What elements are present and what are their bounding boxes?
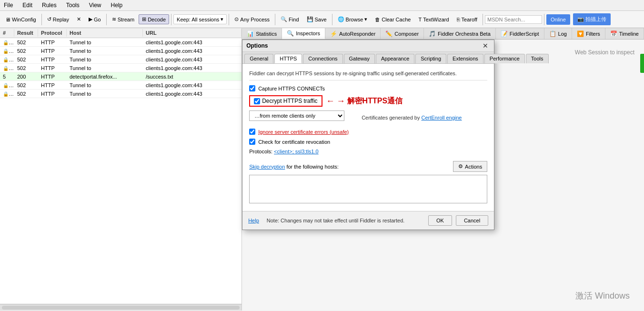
red-arrow-right: → bbox=[337, 96, 345, 106]
options-tab-tools[interactable]: Tools bbox=[526, 54, 549, 63]
protocols-link[interactable]: <client>; ssl3;tls1.0 bbox=[274, 149, 319, 154]
options-tab-general[interactable]: General bbox=[244, 54, 273, 63]
tab-log[interactable]: 📋Log bbox=[544, 28, 572, 39]
skip-hosts-textarea[interactable] bbox=[249, 175, 487, 203]
tab-autoresponder[interactable]: ⚡AutoResponder bbox=[325, 28, 381, 39]
tab-label: Filters bbox=[586, 31, 600, 37]
session-panel: # Result Protocol Host URL 🔒1502HTTPTunn… bbox=[0, 28, 242, 311]
cell-protocol: HTTP bbox=[38, 56, 67, 63]
capture-https-checkbox[interactable] bbox=[249, 85, 255, 91]
table-row[interactable]: 🔒2502HTTPTunnel toclients1.google.com:44… bbox=[0, 47, 242, 55]
tab-composer[interactable]: ✏️Composer bbox=[381, 28, 424, 39]
online-button[interactable]: Online bbox=[546, 14, 570, 25]
x-button[interactable]: ✕ bbox=[73, 14, 84, 24]
sep1 bbox=[41, 14, 42, 25]
decrypt-https-checkbox[interactable] bbox=[254, 98, 260, 104]
options-tab-scripting[interactable]: Scripting bbox=[415, 54, 446, 63]
menu-item-tools[interactable]: Tools bbox=[64, 1, 81, 10]
capture-https-label: Capture HTTPS CONNECTs bbox=[258, 86, 325, 91]
cell-protocol: HTTP bbox=[38, 82, 67, 89]
cell-url: clients1.google.com:443 bbox=[143, 48, 242, 54]
help-link[interactable]: Help bbox=[248, 218, 259, 223]
options-footer: Help Note: Changes may not take effect u… bbox=[242, 211, 494, 230]
decode-button[interactable]: ⊞ Decode bbox=[139, 14, 169, 24]
options-tab-appearance[interactable]: Appearance bbox=[376, 54, 414, 63]
table-row[interactable]: 5200HTTPdetectportal.firefox.../success.… bbox=[0, 72, 242, 81]
tab-fiddler-orchestra-beta[interactable]: 🎵Fiddler Orchestra Beta bbox=[424, 28, 496, 39]
cert-enroll-link[interactable]: CertEnroll engine bbox=[422, 115, 462, 120]
stream-button[interactable]: ≋ Stream bbox=[109, 14, 138, 24]
options-tab-performance[interactable]: Performance bbox=[484, 54, 525, 63]
msdn-search-input[interactable] bbox=[485, 15, 542, 24]
table-row[interactable]: 🔒1502HTTPTunnel toclients1.google.com:44… bbox=[0, 38, 242, 47]
menu-item-edit[interactable]: Edit bbox=[20, 1, 34, 10]
footer-note: Note: Changes may not take effect until … bbox=[267, 218, 424, 223]
composer-icon: ✏️ bbox=[385, 30, 392, 37]
textwizard-button[interactable]: T TextWizard bbox=[415, 15, 452, 24]
cell-url: clients1.google.com:443 bbox=[143, 90, 242, 97]
ignore-errors-checkbox[interactable] bbox=[249, 129, 255, 135]
options-tab-extensions[interactable]: Extensions bbox=[447, 54, 483, 63]
skip-decryption-link[interactable]: Skip decryption bbox=[249, 164, 285, 170]
main-layout: # Result Protocol Host URL 🔒1502HTTPTunn… bbox=[0, 28, 644, 311]
lock-icon: 🔒 bbox=[3, 91, 9, 97]
clear-cache-button[interactable]: 🗑 Clear Cache bbox=[372, 15, 414, 24]
cell-host: Tunnel to bbox=[67, 90, 143, 97]
keep-dropdown-icon: ▾ bbox=[221, 16, 223, 22]
options-tab-connections[interactable]: Connections bbox=[303, 54, 342, 63]
lock-icon: 🔒 bbox=[3, 57, 9, 62]
browse-icon: 🌐 bbox=[338, 16, 344, 22]
tab-label: Statistics bbox=[256, 31, 277, 37]
remote-dropdown: …from remote clients only bbox=[249, 110, 344, 121]
cell-url: clients1.google.com:443 bbox=[143, 56, 242, 63]
table-row[interactable]: 🔒3502HTTPTunnel toclients1.google.com:44… bbox=[0, 55, 242, 64]
options-body: Fiddler can decrypt HTTPS sessions by re… bbox=[242, 64, 494, 211]
tearoff-button[interactable]: ⎘ Tearoff bbox=[453, 15, 481, 24]
menu-item-file[interactable]: File bbox=[2, 1, 15, 10]
table-row[interactable]: 🔒4502HTTPTunnel toclients1.google.com:44… bbox=[0, 64, 242, 72]
tab-filters[interactable]: 🔽Filters bbox=[572, 28, 605, 39]
go-button[interactable]: ▶ Go bbox=[85, 14, 104, 24]
table-row[interactable]: 🔒6502HTTPTunnel toclients1.google.com:44… bbox=[0, 81, 242, 90]
menu-item-rules[interactable]: Rules bbox=[40, 1, 59, 10]
tab-statistics[interactable]: 📊Statistics bbox=[242, 28, 282, 39]
options-close-button[interactable]: ✕ bbox=[481, 42, 490, 50]
decrypt-https-row: Decrypt HTTPS traffic ← → 解密HTTPS通信 bbox=[249, 95, 487, 107]
upload-chinese-button[interactable]: 📷 拍描上传 bbox=[573, 13, 611, 25]
winconfig-button[interactable]: 🖥 WinConfig bbox=[2, 15, 40, 24]
remote-clients-select[interactable]: …from remote clients only bbox=[249, 110, 344, 121]
cell-host: Tunnel to bbox=[67, 65, 143, 71]
browse-button[interactable]: 🌐 Browse ▾ bbox=[334, 14, 371, 24]
options-tab-gateway[interactable]: Gateway bbox=[344, 54, 375, 63]
keep-sessions-button[interactable]: Keep: All sessions ▾ bbox=[173, 14, 227, 24]
tab-label: Inspectors bbox=[296, 30, 320, 36]
save-button[interactable]: 💾 Save bbox=[303, 14, 330, 24]
cancel-button[interactable]: Cancel bbox=[456, 215, 488, 226]
tab-label: Log bbox=[558, 31, 567, 37]
scrollbar-track bbox=[2, 306, 240, 310]
cell-protocol: HTTP bbox=[38, 48, 67, 54]
replay-button[interactable]: ↺ Replay bbox=[44, 14, 72, 24]
bottom-scrollbar[interactable] bbox=[0, 304, 242, 311]
right-panel: 📊Statistics🔍Inspectors⚡AutoResponder✏️Co… bbox=[242, 28, 644, 311]
options-tab-https[interactable]: HTTPS bbox=[274, 54, 302, 63]
col-url: URL bbox=[143, 29, 242, 37]
table-row[interactable]: 🔒7502HTTPTunnel toclients1.google.com:44… bbox=[0, 90, 242, 98]
tab-label: Fiddler Orchestra Beta bbox=[438, 31, 491, 37]
tab-label: Timeline bbox=[619, 31, 639, 37]
log-icon: 📋 bbox=[549, 30, 556, 37]
winconfig-icon: 🖥 bbox=[5, 17, 10, 22]
ok-button[interactable]: OK bbox=[428, 215, 452, 226]
cert-info: Certificates generated by CertEnroll eng… bbox=[362, 115, 462, 120]
actions-button[interactable]: ⚙ Actions bbox=[453, 161, 487, 172]
menu-item-help[interactable]: Help bbox=[109, 1, 125, 10]
tab-inspectors[interactable]: 🔍Inspectors bbox=[282, 28, 325, 39]
cell-host: detectportal.firefox... bbox=[67, 73, 143, 80]
menu-item-view[interactable]: View bbox=[87, 1, 103, 10]
tab-fiddlerscript[interactable]: 📝FiddlerScript bbox=[496, 28, 544, 39]
any-process-button[interactable]: ⊙ Any Process bbox=[231, 14, 273, 24]
check-revocation-checkbox[interactable] bbox=[249, 139, 255, 145]
find-button[interactable]: 🔍 Find bbox=[277, 14, 302, 24]
menu-bar: const menuData = JSON.parse(document.get… bbox=[0, 0, 644, 11]
tab-timeline[interactable]: 📅Timeline bbox=[605, 28, 644, 39]
